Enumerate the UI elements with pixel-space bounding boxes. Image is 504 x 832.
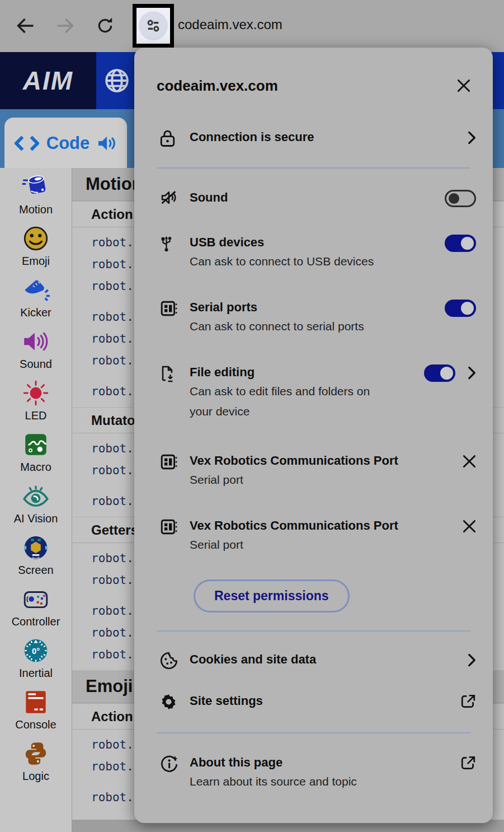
popup-title: codeaim.vex.com bbox=[157, 77, 278, 95]
popup-link-label: Site settings bbox=[190, 692, 460, 710]
sidebar-item-controller[interactable]: Controller bbox=[0, 580, 72, 632]
sidebar-item-label: Controller bbox=[12, 615, 60, 628]
address-bar-url[interactable]: codeaim.vex.com bbox=[178, 17, 282, 32]
sidebar-item-label: Motion bbox=[19, 203, 53, 216]
connection-secure-row[interactable]: Connection is secure bbox=[134, 128, 493, 147]
kicker-icon bbox=[21, 274, 50, 306]
chevron-right-icon bbox=[468, 128, 476, 147]
console-icon bbox=[22, 686, 50, 718]
permission-label: USB devices bbox=[190, 233, 445, 251]
emoji-icon bbox=[22, 223, 50, 254]
permission-row-sound: Sound bbox=[134, 189, 493, 208]
serial-ports-toggle[interactable] bbox=[445, 300, 476, 317]
back-arrow-icon bbox=[16, 16, 36, 36]
serial-port-icon bbox=[160, 452, 190, 471]
device-row: Vex Robotics Communications PortSerial p… bbox=[134, 452, 493, 490]
permission-label: File editing bbox=[190, 363, 424, 381]
sidebar-item-inertial[interactable]: 0°Inertial bbox=[0, 632, 72, 683]
device-label: Vex Robotics Communications Port bbox=[190, 452, 463, 470]
sidebar-item-emoji[interactable]: Emoji bbox=[0, 219, 72, 271]
permission-label: Sound bbox=[190, 189, 445, 207]
svg-text:0°: 0° bbox=[32, 647, 40, 656]
sidebar-item-label: Inertial bbox=[19, 667, 53, 680]
permission-description: Can ask to connect to USB devices bbox=[190, 251, 384, 272]
sound-toggle[interactable] bbox=[445, 190, 476, 207]
cookie-icon bbox=[160, 651, 190, 670]
macro-icon bbox=[22, 429, 50, 460]
inertial-icon: 0° bbox=[22, 635, 50, 666]
chevron-right-icon[interactable] bbox=[468, 366, 476, 380]
file-edit-icon bbox=[160, 363, 190, 382]
sidebar-item-sound[interactable]: Sound bbox=[0, 322, 72, 374]
reload-button[interactable] bbox=[94, 15, 116, 37]
sidebar-item-logic[interactable]: Logic bbox=[0, 735, 72, 786]
popup-divider bbox=[157, 167, 470, 169]
sidebar-item-motion[interactable]: Motion bbox=[0, 168, 72, 219]
lock-icon bbox=[160, 128, 190, 147]
browser-toolbar: codeaim.vex.com bbox=[0, 0, 504, 52]
serial-port-icon bbox=[160, 298, 190, 317]
sidebar-item-label: Kicker bbox=[20, 306, 51, 319]
sidebar-item-label: Emoji bbox=[22, 255, 50, 268]
led-icon bbox=[22, 377, 50, 409]
sidebar-item-label: Sound bbox=[20, 358, 52, 371]
popup-link-site-settings[interactable]: Site settings bbox=[134, 692, 493, 711]
usb-devices-toggle[interactable] bbox=[445, 235, 476, 252]
chevron-right-icon bbox=[468, 653, 476, 667]
device-label: Vex Robotics Communications Port bbox=[190, 517, 463, 535]
forward-button[interactable] bbox=[54, 15, 76, 37]
permission-description: Can ask to connect to serial ports bbox=[190, 316, 384, 336]
highlight-box bbox=[133, 4, 174, 48]
popup-divider bbox=[157, 630, 470, 632]
screen: codeaim.vex.com AIM Code MotionEmojiKick… bbox=[0, 0, 504, 832]
sidebar-item-macro[interactable]: Macro bbox=[0, 426, 72, 477]
tab-code[interactable]: Code bbox=[4, 118, 127, 169]
aim-logo: AIM bbox=[23, 66, 73, 96]
external-link-icon bbox=[460, 755, 476, 771]
popup-link-description: Learn about its source and topic bbox=[190, 772, 384, 792]
permission-label: Serial ports bbox=[190, 298, 445, 316]
tab-code-label: Code bbox=[46, 133, 90, 153]
sidebar-item-label: Console bbox=[15, 718, 56, 731]
controller-icon bbox=[21, 583, 50, 615]
close-icon bbox=[457, 79, 470, 92]
permission-row-file-editing: File editingCan ask to edit files and fo… bbox=[134, 363, 493, 422]
permission-row-usb-devices: USB devicesCan ask to connect to USB dev… bbox=[134, 233, 493, 272]
sidebar-item-label: Macro bbox=[20, 461, 51, 474]
popup-link-cookies-and-site-data[interactable]: Cookies and site data bbox=[134, 651, 493, 670]
tune-icon bbox=[144, 17, 162, 35]
site-info-button[interactable] bbox=[136, 8, 170, 44]
motion-icon bbox=[21, 171, 51, 203]
reset-permissions-button[interactable]: Reset permissions bbox=[194, 579, 350, 613]
permission-row-serial-ports: Serial portsCan ask to connect to serial… bbox=[134, 298, 493, 336]
site-info-circle bbox=[139, 11, 168, 40]
back-button[interactable] bbox=[15, 15, 37, 37]
aim-logo-block: AIM bbox=[0, 52, 96, 109]
file-editing-toggle[interactable] bbox=[424, 364, 455, 382]
page-info-icon bbox=[160, 754, 190, 773]
reload-icon bbox=[96, 16, 115, 35]
remove-device-button[interactable] bbox=[463, 455, 476, 468]
category-sidebar: MotionEmojiKickerSoundLEDMacroAI VisionS… bbox=[0, 168, 72, 832]
language-button[interactable] bbox=[103, 67, 130, 94]
sidebar-item-console[interactable]: Console bbox=[0, 683, 72, 735]
device-description: Serial port bbox=[190, 535, 384, 555]
sidebar-item-ai-vision[interactable]: AI Vision bbox=[0, 477, 72, 529]
sidebar-item-label: Screen bbox=[18, 564, 53, 577]
sidebar-item-kicker[interactable]: Kicker bbox=[0, 271, 72, 322]
sidebar-item-label: LED bbox=[25, 409, 47, 422]
popup-divider bbox=[157, 732, 470, 733]
sound-muted-icon bbox=[160, 189, 190, 205]
sidebar-item-screen[interactable]: Screen bbox=[0, 529, 72, 580]
gear-icon bbox=[160, 692, 190, 711]
forward-arrow-icon bbox=[55, 16, 75, 36]
external-link-icon bbox=[460, 694, 476, 709]
speaker-icon[interactable] bbox=[96, 135, 117, 152]
sidebar-item-led[interactable]: LED bbox=[0, 374, 72, 426]
popup-close-button[interactable] bbox=[451, 73, 476, 98]
sidebar-item-label: AI Vision bbox=[14, 512, 58, 525]
remove-device-button[interactable] bbox=[463, 520, 476, 533]
popup-link-label: About this page bbox=[190, 754, 460, 772]
site-info-popup: codeaim.vex.com Connection is secure Sou… bbox=[134, 48, 493, 823]
popup-link-about-this-page[interactable]: About this pageLearn about its source an… bbox=[134, 754, 493, 792]
